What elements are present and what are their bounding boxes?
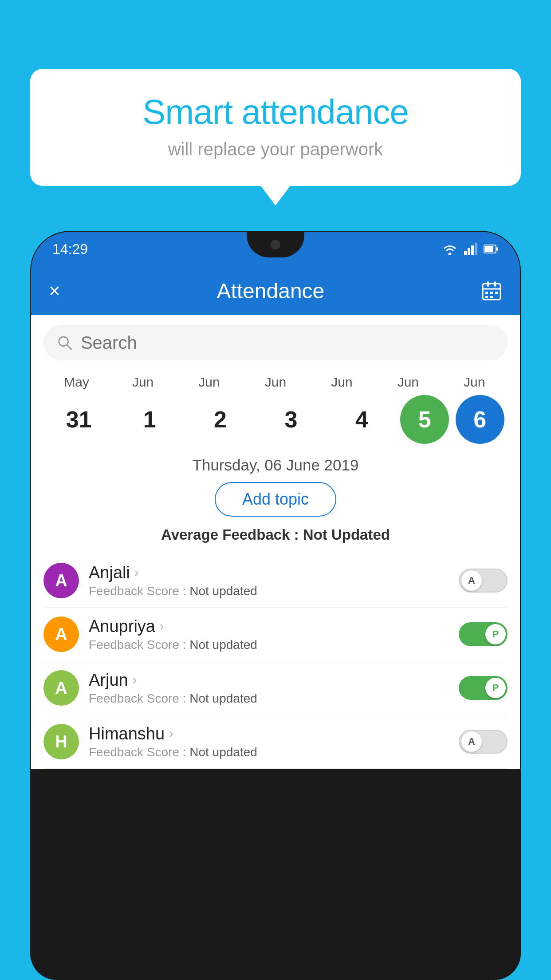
svg-rect-4	[475, 243, 477, 255]
close-button[interactable]: ×	[49, 280, 60, 302]
phone-inner: 14:29	[31, 232, 520, 979]
student-name-himanshu: Himanshu ›	[89, 724, 449, 743]
feedback-score-himanshu: Feedback Score : Not updated	[89, 745, 449, 759]
cal-month-3: Jun	[243, 375, 307, 390]
avg-feedback-value: Not Updated	[303, 526, 390, 543]
cal-month-4: Jun	[310, 375, 374, 390]
feedback-score-arjun: Feedback Score : Not updated	[89, 692, 449, 706]
chevron-icon-himanshu: ›	[169, 727, 173, 741]
student-info-himanshu: Himanshu › Feedback Score : Not updated	[89, 724, 449, 759]
cal-day-31[interactable]: 31	[47, 397, 111, 442]
student-name-arjun: Arjun ›	[89, 671, 449, 690]
average-feedback: Average Feedback : Not Updated	[31, 526, 520, 543]
student-info-anjali: Anjali › Feedback Score : Not updated	[89, 563, 449, 598]
cal-day-6[interactable]: 6	[456, 395, 504, 444]
camera	[271, 240, 280, 249]
student-name-anjali: Anjali ›	[89, 563, 449, 582]
avatar-himanshu: H	[43, 724, 79, 759]
avatar-arjun: A	[43, 670, 79, 706]
bubble-subtitle: will replace your paperwork	[57, 139, 494, 159]
selected-date: Thursday, 06 June 2019	[31, 456, 520, 474]
screen-content: May Jun Jun Jun Jun Jun Jun 31 1 2 3 4 5…	[31, 315, 520, 769]
search-input[interactable]	[81, 333, 494, 353]
toggle-switch-anjali[interactable]: A	[459, 569, 508, 593]
svg-rect-3	[471, 245, 474, 255]
toggle-switch-arjun[interactable]: P	[459, 676, 508, 700]
toggle-anupriya[interactable]: P	[459, 622, 508, 646]
svg-rect-16	[490, 296, 493, 298]
student-info-anupriya: Anupriya › Feedback Score : Not updated	[89, 617, 449, 652]
feedback-score-anjali: Feedback Score : Not updated	[89, 584, 449, 598]
svg-rect-12	[485, 292, 488, 294]
toggle-thumb-anupriya: P	[485, 624, 506, 644]
calendar-days-row: 31 1 2 3 4 5 6	[43, 395, 508, 444]
wifi-icon	[442, 243, 458, 255]
student-item-anupriya[interactable]: A Anupriya › Feedback Score : Not update…	[43, 608, 508, 661]
toggle-thumb-himanshu: A	[461, 731, 482, 752]
cal-day-2[interactable]: 2	[188, 397, 252, 442]
notch	[247, 232, 304, 257]
toggle-switch-anupriya[interactable]: P	[459, 622, 508, 646]
app-bar: × Attendance	[31, 266, 520, 315]
student-item-arjun[interactable]: A Arjun › Feedback Score : Not updated P	[43, 661, 508, 715]
cal-day-3[interactable]: 3	[259, 397, 323, 442]
speech-bubble-container: Smart attendance will replace your paper…	[30, 69, 521, 186]
toggle-anjali[interactable]: A	[459, 569, 508, 593]
svg-rect-6	[484, 246, 493, 252]
calendar-months-row: May Jun Jun Jun Jun Jun Jun	[43, 375, 508, 390]
chevron-icon-anjali: ›	[134, 565, 138, 580]
svg-point-0	[449, 253, 451, 255]
cal-day-1[interactable]: 1	[118, 397, 182, 442]
svg-rect-15	[485, 296, 488, 298]
cal-month-2: Jun	[177, 375, 241, 390]
toggle-thumb-arjun: P	[485, 678, 506, 698]
chevron-icon-arjun: ›	[133, 673, 137, 687]
calendar-strip: May Jun Jun Jun Jun Jun Jun 31 1 2 3 4 5…	[31, 370, 520, 444]
svg-rect-13	[490, 292, 493, 294]
bubble-title: Smart attendance	[57, 93, 494, 131]
cal-month-0: May	[44, 375, 109, 390]
svg-rect-2	[468, 248, 470, 255]
feedback-score-anupriya: Feedback Score : Not updated	[89, 638, 449, 652]
student-item-anjali[interactable]: A Anjali › Feedback Score : Not updated …	[43, 554, 508, 608]
cal-day-5[interactable]: 5	[400, 395, 449, 444]
search-icon	[57, 334, 73, 351]
cal-day-4[interactable]: 4	[330, 397, 394, 442]
chevron-icon-anupriya: ›	[160, 619, 164, 633]
cal-month-5: Jun	[376, 375, 440, 390]
student-info-arjun: Arjun › Feedback Score : Not updated	[89, 671, 449, 706]
student-name-anupriya: Anupriya ›	[89, 617, 449, 636]
cal-month-6: Jun	[442, 375, 507, 390]
avatar-anupriya: A	[43, 616, 79, 652]
svg-line-18	[67, 345, 71, 349]
battery-icon	[484, 244, 499, 254]
avg-feedback-label: Average Feedback :	[161, 526, 303, 543]
signal-icon	[464, 243, 477, 255]
svg-rect-14	[495, 292, 498, 294]
toggle-himanshu[interactable]: A	[459, 730, 508, 754]
phone-frame: 14:29	[30, 231, 521, 980]
status-icons	[442, 243, 499, 255]
avatar-anjali: A	[43, 563, 79, 598]
add-topic-button[interactable]: Add topic	[215, 482, 336, 517]
status-time: 14:29	[52, 241, 88, 257]
svg-rect-11	[494, 281, 496, 287]
calendar-icon[interactable]	[481, 280, 502, 301]
toggle-thumb-anjali: A	[461, 570, 482, 591]
svg-rect-10	[487, 281, 489, 287]
app-bar-title: Attendance	[216, 279, 324, 303]
status-bar: 14:29	[31, 232, 520, 266]
svg-rect-1	[464, 251, 467, 255]
speech-bubble: Smart attendance will replace your paper…	[30, 69, 521, 186]
toggle-switch-himanshu[interactable]: A	[459, 730, 508, 754]
student-item-himanshu[interactable]: H Himanshu › Feedback Score : Not update…	[43, 715, 508, 769]
svg-rect-7	[496, 247, 498, 251]
toggle-arjun[interactable]: P	[459, 676, 508, 700]
student-list: A Anjali › Feedback Score : Not updated …	[31, 554, 520, 769]
cal-month-1: Jun	[111, 375, 175, 390]
search-bar[interactable]	[43, 325, 508, 360]
